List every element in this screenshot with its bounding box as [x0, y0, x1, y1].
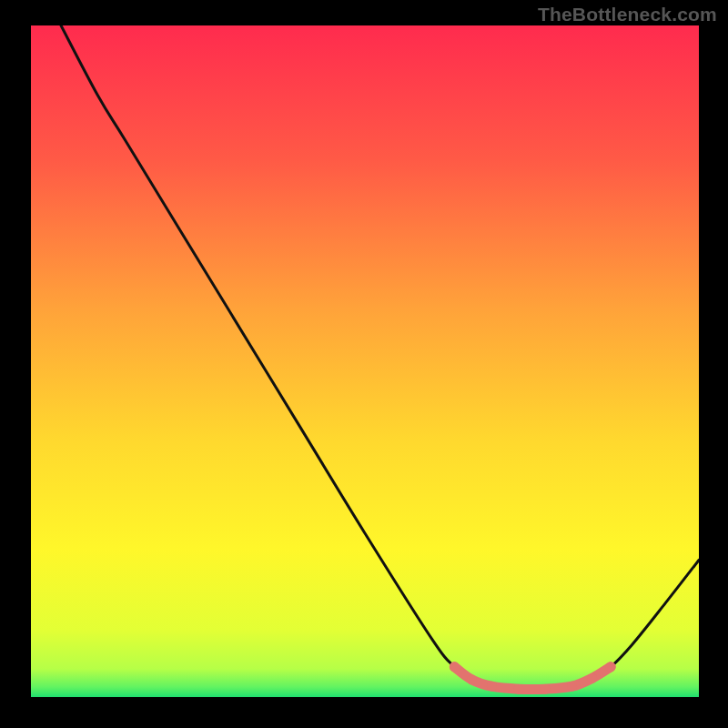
- optimal-range-dot: [450, 662, 460, 672]
- optimal-range-dot: [587, 673, 597, 683]
- chart-background-gradient: [31, 25, 699, 697]
- watermark-text: TheBottleneck.com: [538, 4, 717, 25]
- optimal-range-dot: [467, 674, 477, 684]
- optimal-range-dot: [487, 682, 497, 692]
- chart-svg: [31, 25, 699, 697]
- optimal-range-dot: [606, 662, 616, 672]
- optimal-range-dot: [541, 684, 551, 694]
- optimal-range-dot: [513, 684, 523, 694]
- chart-plot-area: [31, 25, 699, 697]
- optimal-range-dot: [567, 682, 577, 692]
